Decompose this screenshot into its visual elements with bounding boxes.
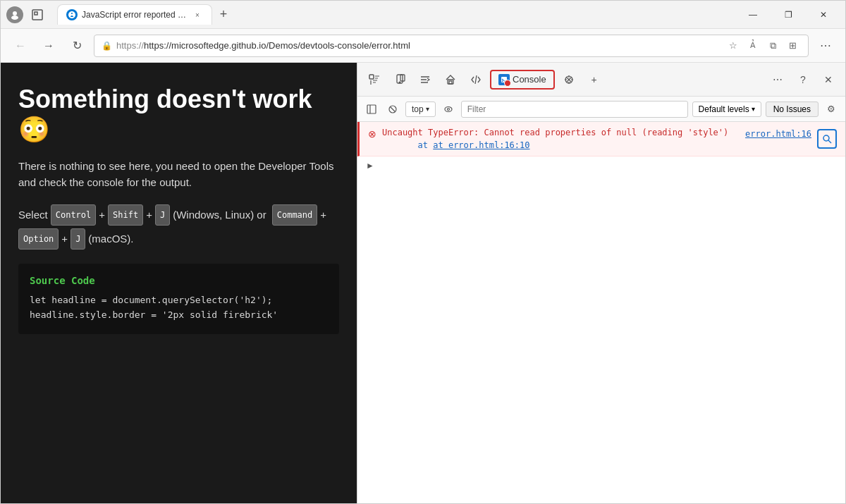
window-controls-left [6, 6, 46, 23]
error-text-area: Uncaught TypeError: Cannot read properti… [382, 128, 740, 150]
source-code-box: Source Code let headline = document.quer… [18, 264, 339, 334]
close-devtools-button[interactable]: ✕ [817, 68, 840, 91]
search-highlight-button[interactable] [817, 129, 837, 149]
devtools-toolbar: Console + ⋯ ? ✕ [357, 63, 845, 97]
svg-point-17 [823, 135, 829, 141]
browser-toolbar-right: ⋯ [814, 35, 837, 57]
levels-dropdown[interactable]: Default levels ▾ [692, 102, 761, 117]
back-button[interactable]: ← [9, 35, 32, 57]
j-key-mac: J [70, 228, 85, 250]
shift-key: Shift [108, 204, 143, 226]
control-key: Control [51, 204, 97, 226]
svg-rect-8 [448, 80, 453, 84]
address-bar: ← → ↻ 🔒 https://https://microsoftedge.gi… [1, 29, 845, 63]
code-line-1: let headline = document.querySelector('h… [30, 293, 328, 308]
no-issues-button[interactable]: No Issues [766, 102, 819, 117]
svg-point-0 [13, 11, 17, 16]
help-button[interactable]: ? [792, 68, 814, 91]
windows-text: (Windows, Linux) or [173, 204, 266, 226]
debug-button[interactable] [558, 68, 580, 91]
source-label: Source Code [30, 275, 328, 286]
messages-sidebar-button[interactable] [363, 101, 380, 118]
console-icon [498, 74, 510, 85]
close-button[interactable]: ✕ [807, 4, 840, 26]
context-dropdown[interactable]: top ▾ [405, 102, 436, 117]
svg-point-16 [447, 108, 449, 110]
settings-button[interactable]: ⚙ [823, 101, 840, 118]
url-icons: ☆ Ả ⧉ ⊞ [725, 37, 801, 54]
add-tool-button[interactable]: + [583, 68, 606, 91]
console-panel-button[interactable]: Console [490, 70, 555, 90]
refresh-button[interactable]: ↻ [66, 35, 88, 57]
forward-button[interactable]: → [37, 35, 60, 57]
tab-favicon [66, 9, 78, 20]
option-key: Option [18, 228, 59, 250]
levels-label: Default levels [699, 104, 749, 114]
svg-line-14 [391, 107, 395, 111]
clear-console-button[interactable] [384, 101, 401, 118]
filter-input[interactable] [461, 101, 688, 118]
page-heading: Something doesn't work 😳 [18, 84, 339, 145]
browser-frame: JavaScript error reported in the C × + —… [0, 0, 846, 504]
split-view-icon[interactable]: ⧉ [764, 37, 781, 54]
console-toolbar: top ▾ Default levels ▾ No Issues ⚙ [357, 97, 845, 122]
code-line-2: headline.style.border = '2px solid fireb… [30, 308, 328, 323]
svg-rect-12 [367, 105, 376, 113]
svg-point-7 [399, 82, 400, 83]
tab-title: JavaScript error reported in the C [82, 10, 188, 20]
command-key: Command [272, 204, 318, 226]
tabs-area: JavaScript error reported in the C × + [57, 4, 731, 25]
more-options-button[interactable]: ⋯ [814, 35, 837, 57]
top-label: top [412, 104, 424, 114]
user-avatar[interactable] [6, 6, 23, 23]
dropdown-arrow: ▾ [426, 105, 429, 113]
tab-close-button[interactable]: × [192, 9, 203, 20]
error-line-ref[interactable]: error.html:16 [745, 129, 811, 139]
inspect-element-button[interactable] [363, 68, 386, 91]
lock-icon: 🔒 [102, 41, 112, 51]
page-content: Something doesn't work 😳 There is nothin… [1, 63, 357, 503]
error-at-text: at at error.html:16:10 [382, 140, 740, 150]
console-label: Console [513, 74, 546, 85]
device-emulation-button[interactable] [388, 68, 411, 91]
elements-button[interactable] [414, 68, 436, 91]
error-main-text: Uncaught TypeError: Cannot read properti… [382, 128, 740, 137]
error-at-link[interactable]: at error.html:16:10 [433, 140, 529, 150]
active-tab[interactable]: JavaScript error reported in the C × [57, 4, 212, 25]
url-bar[interactable]: 🔒 https://https://microsoftedge.github.i… [94, 35, 809, 57]
console-content: ⊗ Uncaught TypeError: Cannot read proper… [357, 122, 845, 503]
svg-rect-9 [449, 81, 452, 84]
read-aloud-icon[interactable]: Ả [744, 37, 761, 54]
source-code: let headline = document.querySelector('h… [30, 293, 328, 323]
expand-arrow: ► [366, 161, 374, 171]
page-description: There is nothing to see here, you need t… [18, 159, 339, 190]
collections-icon[interactable]: ⊞ [784, 37, 801, 54]
window-icon [29, 6, 46, 23]
title-bar: JavaScript error reported in the C × + —… [1, 1, 845, 29]
devtools-panel: Console + ⋯ ? ✕ to [357, 63, 845, 503]
maximize-button[interactable]: ❐ [772, 4, 804, 26]
svg-rect-4 [369, 75, 374, 79]
url-text: https://https://microsoftedge.github.io/… [116, 40, 721, 51]
error-icon: ⊗ [368, 128, 376, 140]
svg-rect-3 [35, 12, 37, 15]
window-controls-right: — ❐ ✕ [737, 4, 840, 26]
bookmark-icon[interactable]: ☆ [725, 37, 742, 54]
main-area: Something doesn't work 😳 There is nothin… [1, 63, 845, 503]
new-tab-button[interactable]: + [214, 5, 233, 25]
minimize-button[interactable]: — [737, 4, 769, 26]
eye-icon-button[interactable] [440, 101, 457, 118]
more-tools-button[interactable]: ⋯ [766, 68, 789, 91]
svg-line-18 [828, 140, 831, 143]
expand-row[interactable]: ► [357, 156, 845, 175]
home-button[interactable] [439, 68, 462, 91]
error-row: ⊗ Uncaught TypeError: Cannot read proper… [357, 122, 845, 156]
select-text: Select [18, 204, 48, 226]
sources-button[interactable] [465, 68, 487, 91]
j-key-windows: J [155, 204, 170, 226]
macos-text: (macOS). [88, 228, 133, 250]
keyboard-instruction: Select Control + Shift + J (Windows, Lin… [18, 204, 339, 250]
svg-point-1 [11, 16, 18, 20]
svg-point-15 [445, 106, 452, 111]
